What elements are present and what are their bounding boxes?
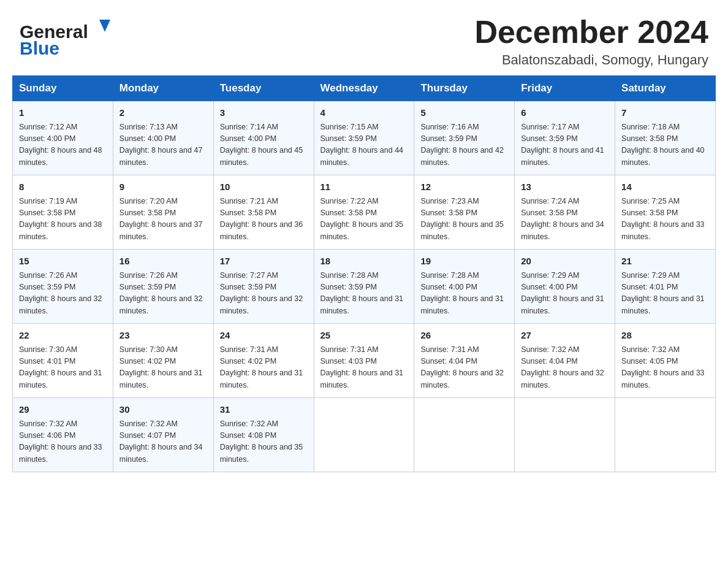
weekday-header-saturday: Saturday bbox=[615, 76, 716, 101]
logo: General Blue bbox=[20, 15, 118, 58]
calendar-cell bbox=[314, 398, 414, 472]
day-number: 22 bbox=[19, 329, 107, 343]
calendar-cell: 12Sunrise: 7:23 AMSunset: 3:58 PMDayligh… bbox=[414, 175, 515, 250]
calendar-cell: 26Sunrise: 7:31 AMSunset: 4:04 PMDayligh… bbox=[414, 324, 515, 398]
day-number: 28 bbox=[621, 329, 709, 343]
calendar-cell: 7Sunrise: 7:18 AMSunset: 3:58 PMDaylight… bbox=[615, 101, 716, 175]
day-info: Sunrise: 7:12 AMSunset: 4:00 PMDaylight:… bbox=[19, 121, 107, 169]
day-info: Sunrise: 7:21 AMSunset: 3:58 PMDaylight:… bbox=[220, 196, 308, 243]
title-block: December 2024 Balatonszabadi, Somogy, Hu… bbox=[474, 15, 708, 68]
day-info: Sunrise: 7:30 AMSunset: 4:02 PMDaylight:… bbox=[119, 344, 207, 392]
day-number: 7 bbox=[621, 106, 709, 120]
calendar-cell: 8Sunrise: 7:19 AMSunset: 3:58 PMDaylight… bbox=[13, 175, 113, 250]
day-number: 8 bbox=[19, 180, 107, 194]
calendar-cell: 4Sunrise: 7:15 AMSunset: 3:59 PMDaylight… bbox=[314, 101, 414, 175]
day-number: 14 bbox=[621, 180, 709, 194]
calendar-week-row: 29Sunrise: 7:32 AMSunset: 4:06 PMDayligh… bbox=[13, 398, 716, 472]
calendar-cell: 27Sunrise: 7:32 AMSunset: 4:04 PMDayligh… bbox=[515, 324, 615, 398]
day-number: 9 bbox=[119, 180, 207, 194]
day-info: Sunrise: 7:29 AMSunset: 4:01 PMDaylight:… bbox=[621, 270, 709, 318]
calendar-cell: 3Sunrise: 7:14 AMSunset: 4:00 PMDaylight… bbox=[213, 101, 314, 175]
day-number: 1 bbox=[19, 106, 107, 120]
calendar-cell: 6Sunrise: 7:17 AMSunset: 3:59 PMDaylight… bbox=[515, 101, 615, 175]
day-number: 20 bbox=[521, 255, 609, 269]
calendar-week-row: 22Sunrise: 7:30 AMSunset: 4:01 PMDayligh… bbox=[13, 324, 716, 398]
calendar-cell: 22Sunrise: 7:30 AMSunset: 4:01 PMDayligh… bbox=[13, 324, 113, 398]
day-info: Sunrise: 7:23 AMSunset: 3:58 PMDaylight:… bbox=[420, 196, 508, 243]
day-number: 24 bbox=[220, 329, 308, 343]
day-number: 12 bbox=[420, 180, 508, 194]
day-info: Sunrise: 7:29 AMSunset: 4:00 PMDaylight:… bbox=[521, 270, 609, 318]
calendar-week-row: 8Sunrise: 7:19 AMSunset: 3:58 PMDaylight… bbox=[13, 175, 716, 250]
day-number: 15 bbox=[19, 255, 107, 269]
day-number: 25 bbox=[320, 329, 408, 343]
day-info: Sunrise: 7:31 AMSunset: 4:04 PMDaylight:… bbox=[420, 344, 508, 392]
day-number: 11 bbox=[320, 180, 408, 194]
weekday-header-friday: Friday bbox=[515, 76, 615, 101]
day-info: Sunrise: 7:19 AMSunset: 3:58 PMDaylight:… bbox=[19, 196, 107, 243]
day-number: 21 bbox=[621, 255, 709, 269]
location: Balatonszabadi, Somogy, Hungary bbox=[474, 52, 708, 68]
day-info: Sunrise: 7:15 AMSunset: 3:59 PMDaylight:… bbox=[320, 121, 408, 169]
day-number: 26 bbox=[420, 329, 508, 343]
day-number: 17 bbox=[220, 255, 308, 269]
day-number: 10 bbox=[220, 180, 308, 194]
day-number: 29 bbox=[19, 403, 107, 417]
day-info: Sunrise: 7:25 AMSunset: 3:58 PMDaylight:… bbox=[621, 196, 709, 243]
calendar-cell: 5Sunrise: 7:16 AMSunset: 3:59 PMDaylight… bbox=[414, 101, 515, 175]
calendar-week-row: 15Sunrise: 7:26 AMSunset: 3:59 PMDayligh… bbox=[13, 250, 716, 324]
calendar-cell bbox=[414, 398, 515, 472]
day-number: 4 bbox=[320, 106, 408, 120]
weekday-header-tuesday: Tuesday bbox=[213, 76, 314, 101]
calendar-cell: 11Sunrise: 7:22 AMSunset: 3:58 PMDayligh… bbox=[314, 175, 414, 250]
calendar-cell bbox=[515, 398, 615, 472]
day-info: Sunrise: 7:22 AMSunset: 3:58 PMDaylight:… bbox=[320, 196, 408, 243]
weekday-header-wednesday: Wednesday bbox=[314, 76, 414, 101]
calendar-cell: 19Sunrise: 7:28 AMSunset: 4:00 PMDayligh… bbox=[414, 250, 515, 324]
calendar-cell: 28Sunrise: 7:32 AMSunset: 4:05 PMDayligh… bbox=[615, 324, 716, 398]
weekday-header-sunday: Sunday bbox=[13, 76, 113, 101]
day-info: Sunrise: 7:24 AMSunset: 3:58 PMDaylight:… bbox=[521, 196, 609, 243]
day-info: Sunrise: 7:14 AMSunset: 4:00 PMDaylight:… bbox=[220, 121, 308, 169]
weekday-header-row: SundayMondayTuesdayWednesdayThursdayFrid… bbox=[13, 76, 716, 101]
day-info: Sunrise: 7:32 AMSunset: 4:07 PMDaylight:… bbox=[119, 418, 207, 466]
calendar-table: SundayMondayTuesdayWednesdayThursdayFrid… bbox=[12, 75, 716, 472]
day-number: 3 bbox=[220, 106, 308, 120]
day-number: 16 bbox=[119, 255, 207, 269]
day-info: Sunrise: 7:31 AMSunset: 4:02 PMDaylight:… bbox=[220, 344, 308, 392]
page-header: General Blue December 2024 Balatonszabad… bbox=[0, 0, 728, 75]
day-number: 2 bbox=[119, 106, 207, 120]
day-number: 6 bbox=[521, 106, 609, 120]
weekday-header-thursday: Thursday bbox=[414, 76, 515, 101]
day-info: Sunrise: 7:32 AMSunset: 4:08 PMDaylight:… bbox=[220, 418, 308, 466]
day-info: Sunrise: 7:27 AMSunset: 3:59 PMDaylight:… bbox=[220, 270, 308, 318]
day-info: Sunrise: 7:28 AMSunset: 3:59 PMDaylight:… bbox=[320, 270, 408, 318]
calendar-cell: 2Sunrise: 7:13 AMSunset: 4:00 PMDaylight… bbox=[113, 101, 213, 175]
calendar-cell: 23Sunrise: 7:30 AMSunset: 4:02 PMDayligh… bbox=[113, 324, 213, 398]
calendar-week-row: 1Sunrise: 7:12 AMSunset: 4:00 PMDaylight… bbox=[13, 101, 716, 175]
month-title: December 2024 bbox=[474, 15, 708, 50]
day-number: 30 bbox=[119, 403, 207, 417]
day-info: Sunrise: 7:17 AMSunset: 3:59 PMDaylight:… bbox=[521, 121, 609, 169]
day-number: 31 bbox=[220, 403, 308, 417]
calendar-wrapper: SundayMondayTuesdayWednesdayThursdayFrid… bbox=[0, 75, 728, 484]
svg-marker-1 bbox=[99, 20, 110, 32]
day-info: Sunrise: 7:13 AMSunset: 4:00 PMDaylight:… bbox=[119, 121, 207, 169]
calendar-cell: 20Sunrise: 7:29 AMSunset: 4:00 PMDayligh… bbox=[515, 250, 615, 324]
day-info: Sunrise: 7:32 AMSunset: 4:04 PMDaylight:… bbox=[521, 344, 609, 392]
day-number: 13 bbox=[521, 180, 609, 194]
calendar-cell bbox=[615, 398, 716, 472]
calendar-cell: 31Sunrise: 7:32 AMSunset: 4:08 PMDayligh… bbox=[213, 398, 314, 472]
calendar-cell: 10Sunrise: 7:21 AMSunset: 3:58 PMDayligh… bbox=[213, 175, 314, 250]
weekday-header-monday: Monday bbox=[113, 76, 213, 101]
calendar-cell: 30Sunrise: 7:32 AMSunset: 4:07 PMDayligh… bbox=[113, 398, 213, 472]
day-info: Sunrise: 7:30 AMSunset: 4:01 PMDaylight:… bbox=[19, 344, 107, 392]
calendar-cell: 15Sunrise: 7:26 AMSunset: 3:59 PMDayligh… bbox=[13, 250, 113, 324]
day-info: Sunrise: 7:32 AMSunset: 4:05 PMDaylight:… bbox=[621, 344, 709, 392]
day-info: Sunrise: 7:26 AMSunset: 3:59 PMDaylight:… bbox=[19, 270, 107, 318]
calendar-cell: 9Sunrise: 7:20 AMSunset: 3:58 PMDaylight… bbox=[113, 175, 213, 250]
calendar-cell: 1Sunrise: 7:12 AMSunset: 4:00 PMDaylight… bbox=[13, 101, 113, 175]
day-info: Sunrise: 7:28 AMSunset: 4:00 PMDaylight:… bbox=[420, 270, 508, 318]
day-number: 18 bbox=[320, 255, 408, 269]
day-number: 23 bbox=[119, 329, 207, 343]
